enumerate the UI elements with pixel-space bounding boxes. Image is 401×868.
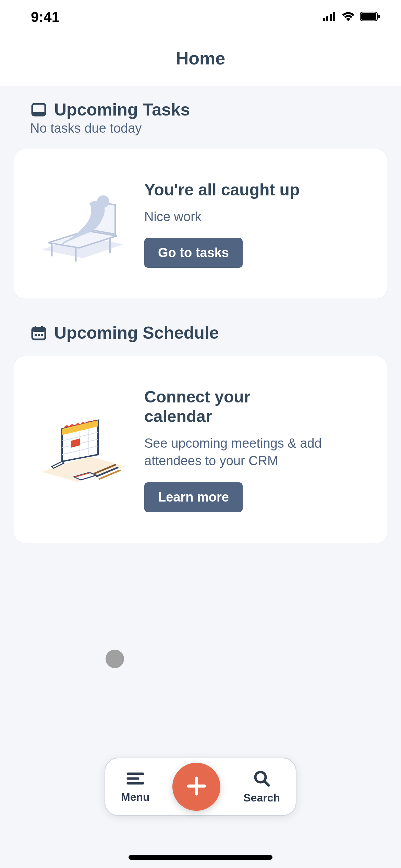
svg-rect-18 [35, 326, 36, 330]
svg-rect-0 [323, 18, 325, 21]
search-label: Search [243, 792, 280, 804]
bottom-dock: Menu Search [105, 758, 296, 816]
svg-rect-3 [333, 12, 335, 21]
schedule-section-header: Upcoming Schedule [14, 323, 387, 343]
nav-bar: Home [0, 34, 401, 86]
tasks-card-body: You're all caught up Nice work Go to tas… [144, 180, 366, 268]
schedule-card-subtitle: See upcoming meetings & add attendees to… [144, 435, 366, 470]
battery-icon [360, 12, 380, 23]
relax-illustration [35, 183, 131, 265]
tasks-section-header: Upcoming Tasks [14, 100, 387, 120]
schedule-card-body: Connect your calendar See upcoming meeti… [144, 387, 366, 512]
calendar-illustration [35, 408, 131, 491]
svg-rect-8 [32, 112, 45, 116]
content-area: Upcoming Tasks No tasks due today You're… [0, 86, 401, 543]
status-bar: 9:41 [0, 0, 401, 34]
calendar-icon [30, 324, 47, 341]
wifi-icon [341, 12, 355, 23]
svg-rect-21 [38, 334, 40, 336]
menu-label: Menu [121, 791, 150, 804]
search-button[interactable]: Search [243, 770, 280, 804]
tasks-subtitle: No tasks due today [14, 121, 387, 136]
svg-point-15 [97, 195, 109, 208]
cellular-icon [323, 12, 337, 22]
status-icons [323, 12, 380, 23]
page-title: Home [0, 48, 401, 69]
plus-icon [184, 774, 208, 799]
svg-rect-1 [326, 16, 328, 21]
svg-rect-20 [35, 334, 37, 336]
tasks-title: Upcoming Tasks [54, 100, 190, 120]
svg-rect-2 [330, 14, 332, 21]
tasks-card-title: You're all caught up [144, 180, 366, 200]
menu-button[interactable]: Menu [121, 770, 150, 804]
search-icon [252, 770, 271, 789]
add-button[interactable] [172, 763, 220, 811]
learn-more-button[interactable]: Learn more [144, 482, 243, 512]
svg-rect-22 [41, 334, 43, 336]
schedule-title: Upcoming Schedule [54, 323, 219, 343]
menu-icon [126, 770, 145, 788]
tasks-card-subtitle: Nice work [144, 208, 366, 226]
tasks-card: You're all caught up Nice work Go to tas… [14, 149, 387, 299]
status-time: 9:41 [31, 9, 60, 25]
schedule-card: Connect your calendar See upcoming meeti… [14, 356, 387, 543]
go-to-tasks-button[interactable]: Go to tasks [144, 238, 243, 268]
touch-indicator [106, 650, 124, 668]
svg-rect-5 [361, 13, 376, 20]
svg-rect-19 [41, 326, 43, 330]
svg-rect-6 [378, 15, 380, 18]
svg-rect-17 [32, 328, 45, 332]
home-indicator [129, 855, 272, 860]
schedule-card-title: Connect your calendar [144, 387, 288, 426]
svg-line-45 [264, 781, 269, 785]
tasks-icon [30, 101, 47, 118]
